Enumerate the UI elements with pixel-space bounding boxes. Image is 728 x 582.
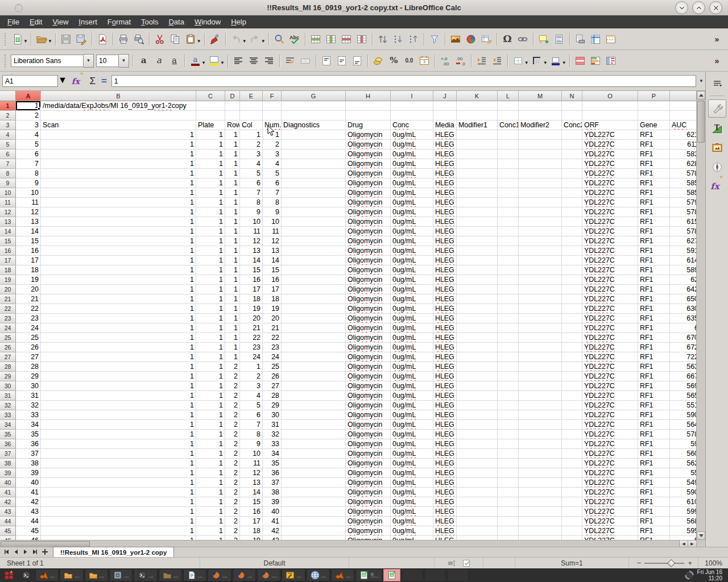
cell[interactable]: 18 <box>263 294 282 304</box>
cell[interactable]: 1 <box>41 381 196 391</box>
cell[interactable]: 17 <box>263 285 282 294</box>
cell[interactable]: Oligomycin <box>346 430 391 439</box>
cell[interactable]: Oligomycin <box>346 198 391 207</box>
cell[interactable] <box>562 507 582 517</box>
cell[interactable]: Oligomycin <box>346 478 391 488</box>
row-header[interactable]: 44 <box>0 517 16 526</box>
cell[interactable] <box>562 207 582 217</box>
insert-row-button[interactable] <box>308 31 324 47</box>
row-header[interactable]: 18 <box>0 265 16 275</box>
cell[interactable]: 23 <box>263 343 282 352</box>
cell[interactable]: 14 <box>263 256 282 265</box>
cell[interactable]: 2 <box>225 517 240 526</box>
cell[interactable]: 627 <box>670 236 696 246</box>
cell[interactable]: Oligomycin <box>346 246 391 256</box>
cut-button[interactable] <box>152 31 168 47</box>
scroll-right-icon[interactable]: ▶ <box>688 541 696 547</box>
cell[interactable]: 20 <box>16 285 41 294</box>
cell[interactable]: Oligomycin <box>346 459 391 468</box>
cell[interactable]: 1 <box>225 169 240 178</box>
cell[interactable]: Modifier1 <box>457 120 498 130</box>
selection-handle[interactable] <box>38 107 40 110</box>
format-percent-button[interactable]: % <box>386 53 402 68</box>
cell[interactable] <box>519 478 562 488</box>
cell[interactable]: RF1 <box>638 236 670 246</box>
cell[interactable]: 1 <box>41 256 196 265</box>
vertical-scrollbar[interactable] <box>696 91 705 540</box>
cell[interactable]: 579 <box>670 198 696 207</box>
cell[interactable] <box>457 459 498 468</box>
cell-reference-input[interactable] <box>2 75 58 87</box>
cell[interactable]: 2 <box>225 439 240 449</box>
cell[interactable] <box>41 111 196 120</box>
cell[interactable] <box>498 478 519 488</box>
row-header[interactable]: 46 <box>0 536 16 540</box>
taskbar-item[interactable]: ... <box>208 569 231 581</box>
spelling-button[interactable]: Abc <box>287 31 303 47</box>
cell[interactable] <box>562 111 582 120</box>
cell[interactable]: 0ug/mL <box>391 517 433 526</box>
cell[interactable]: RF1 <box>638 304 670 314</box>
cell[interactable] <box>282 410 346 420</box>
italic-button[interactable]: a <box>151 53 167 68</box>
cell[interactable] <box>519 381 562 391</box>
cell[interactable]: 590 <box>670 488 696 497</box>
cell[interactable] <box>519 323 562 333</box>
cell[interactable]: 2 <box>225 401 240 410</box>
cell[interactable]: 0ug/mL <box>391 159 433 169</box>
taskbar-item[interactable] <box>18 569 34 581</box>
cell[interactable]: 1 <box>196 497 225 507</box>
cell[interactable]: 2 <box>225 507 240 517</box>
cell[interactable]: 11 <box>16 198 41 207</box>
cell[interactable]: Plate <box>196 120 225 130</box>
scroll-up-icon[interactable] <box>697 91 705 99</box>
cell[interactable] <box>457 256 498 265</box>
cell[interactable]: 36 <box>16 439 41 449</box>
cell[interactable]: 0ug/mL <box>391 130 433 140</box>
cell[interactable]: 1 <box>41 265 196 275</box>
cell[interactable]: RF1 <box>638 381 670 391</box>
cell[interactable] <box>498 149 519 159</box>
cell[interactable]: 1 <box>41 323 196 333</box>
cell[interactable] <box>457 430 498 439</box>
select-all-corner[interactable] <box>0 91 16 101</box>
cell[interactable]: YDL227C <box>582 149 638 159</box>
cell[interactable]: 1 <box>41 439 196 449</box>
cell[interactable]: 31 <box>263 420 282 430</box>
cell[interactable]: 1 <box>196 372 225 381</box>
cell[interactable] <box>562 439 582 449</box>
cell[interactable]: 0ug/mL <box>391 497 433 507</box>
cell[interactable]: 1 <box>196 410 225 420</box>
cell[interactable]: 650 <box>670 294 696 304</box>
last-sheet-button[interactable] <box>31 548 39 556</box>
cell[interactable]: YDL227C <box>582 497 638 507</box>
align-center-button[interactable] <box>246 53 262 68</box>
cell[interactable]: RF1 <box>638 478 670 488</box>
insert-image-button[interactable] <box>448 31 464 47</box>
cell[interactable]: Oligomycin <box>346 217 391 227</box>
cell[interactable] <box>498 420 519 430</box>
cell[interactable]: 16 <box>240 275 263 285</box>
cell[interactable]: Oligomycin <box>346 410 391 420</box>
cell[interactable]: 585 <box>670 188 696 198</box>
freeze-panes-button[interactable] <box>588 31 603 47</box>
cell[interactable]: 0ug/mL <box>391 459 433 468</box>
cell[interactable]: 1 <box>240 362 263 372</box>
cell[interactable]: 1 <box>41 294 196 304</box>
sort-button[interactable] <box>375 31 391 47</box>
cell[interactable]: YDL227C <box>582 159 638 169</box>
cell[interactable] <box>282 430 346 439</box>
sidebar-styles-button[interactable]: T <box>709 120 726 137</box>
cell[interactable]: RF1 <box>638 265 670 275</box>
column-header-C[interactable]: C <box>196 91 225 101</box>
cell[interactable] <box>519 227 562 236</box>
cell[interactable]: YDL227C <box>582 275 638 285</box>
cell[interactable] <box>457 207 498 217</box>
cell[interactable]: 5 <box>670 536 696 540</box>
cell[interactable]: 1 <box>263 130 282 140</box>
row-header[interactable]: 24 <box>0 323 16 333</box>
cell[interactable]: HLEG <box>433 488 457 497</box>
dropdown-arrow[interactable]: ▼ <box>543 60 548 65</box>
cell[interactable]: 1 <box>41 178 196 188</box>
cell[interactable]: RF1 <box>638 526 670 536</box>
